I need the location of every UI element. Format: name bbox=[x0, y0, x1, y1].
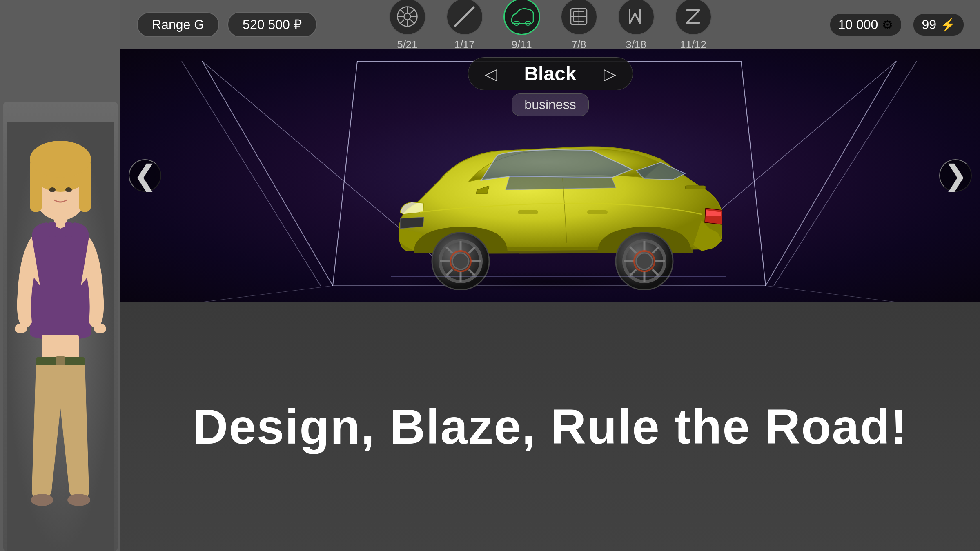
stripe-icon-circle bbox=[446, 0, 483, 35]
body-icon-item[interactable]: 9/11 bbox=[503, 0, 540, 51]
stripe-label: 1/17 bbox=[454, 38, 475, 51]
body-icon-circle bbox=[503, 0, 540, 35]
top-bar: Range G 520 500 ₽ bbox=[120, 0, 980, 49]
svg-line-46 bbox=[766, 286, 896, 302]
coins-display: 10 000 ⚙ bbox=[830, 14, 902, 36]
svg-point-17 bbox=[94, 324, 106, 333]
gear-icon: ⚙ bbox=[882, 18, 893, 32]
color-left-arrow[interactable]: ◁ bbox=[481, 64, 501, 83]
z-svg-icon bbox=[682, 5, 704, 28]
svg-rect-11 bbox=[42, 335, 79, 359]
nav-left-arrow-icon: ❮ bbox=[133, 159, 157, 192]
svg-rect-9 bbox=[48, 222, 56, 237]
nav-right-arrow-icon: ❯ bbox=[944, 159, 968, 192]
main-area: Range G 520 500 ₽ bbox=[120, 0, 980, 551]
z-icon-circle bbox=[675, 0, 712, 35]
svg-point-7 bbox=[65, 187, 72, 192]
n-icon-item[interactable]: 3/18 bbox=[618, 0, 655, 51]
svg-line-24 bbox=[400, 9, 404, 13]
premium-value: 99 bbox=[922, 17, 936, 32]
svg-point-19 bbox=[404, 13, 411, 20]
price-button[interactable]: 520 500 ₽ bbox=[227, 12, 317, 37]
svg-line-38 bbox=[766, 61, 896, 286]
svg-line-26 bbox=[410, 9, 415, 13]
svg-point-15 bbox=[67, 494, 90, 506]
svg-line-42 bbox=[333, 61, 357, 286]
bottom-area: Design, Blaze, Rule the Road! bbox=[120, 302, 980, 551]
color-name-text: Black bbox=[510, 62, 591, 85]
svg-point-65 bbox=[636, 253, 653, 269]
svg-rect-50 bbox=[587, 210, 608, 214]
tagline-text: Design, Blaze, Rule the Road! bbox=[193, 398, 908, 455]
range-button[interactable]: Range G bbox=[137, 12, 219, 37]
center-icons: 5/21 1/17 bbox=[389, 0, 712, 51]
top-left-buttons: Range G 520 500 ₽ bbox=[137, 12, 317, 37]
wheels-icon-circle bbox=[389, 0, 426, 35]
color-type-badge: business bbox=[512, 93, 588, 116]
svg-line-45 bbox=[202, 286, 333, 302]
svg-line-35 bbox=[202, 61, 333, 286]
star-icon: ⚡ bbox=[940, 18, 956, 32]
svg-line-43 bbox=[741, 61, 766, 286]
svg-point-53 bbox=[452, 253, 469, 269]
color-name-row: ◁ Black ▷ bbox=[468, 57, 633, 90]
n-label: 3/18 bbox=[626, 38, 646, 51]
car-display bbox=[367, 106, 734, 290]
body-label: 9/11 bbox=[511, 38, 532, 51]
svg-rect-4 bbox=[79, 167, 91, 212]
stripe-icon-item[interactable]: 1/17 bbox=[446, 0, 483, 51]
premium-display: 99 ⚡ bbox=[913, 14, 964, 36]
showcase: ◁ Black ▷ business ❮ bbox=[120, 49, 980, 302]
character-svg bbox=[7, 122, 114, 551]
wheels-svg-icon bbox=[396, 5, 419, 28]
svg-line-37 bbox=[182, 61, 321, 286]
svg-line-27 bbox=[400, 20, 404, 24]
body-svg-icon bbox=[510, 7, 534, 27]
wheels-icon-item[interactable]: 5/21 bbox=[389, 0, 426, 51]
svg-point-6 bbox=[49, 187, 56, 192]
car-svg bbox=[367, 106, 734, 290]
svg-rect-75 bbox=[685, 186, 706, 189]
top-right-currency: 10 000 ⚙ 99 ⚡ bbox=[830, 14, 964, 36]
svg-line-25 bbox=[410, 20, 415, 24]
svg-line-28 bbox=[455, 7, 474, 26]
svg-point-16 bbox=[15, 324, 27, 333]
color-selector: ◁ Black ▷ business bbox=[468, 57, 633, 116]
z-icon-item[interactable]: 11/12 bbox=[675, 0, 712, 51]
svg-point-14 bbox=[31, 494, 53, 506]
character-panel bbox=[0, 0, 120, 551]
svg-point-5 bbox=[30, 141, 91, 178]
stripe-svg-icon bbox=[453, 5, 476, 28]
glass-svg-icon bbox=[568, 5, 590, 28]
nav-right-button[interactable]: ❯ bbox=[939, 159, 972, 192]
z-label: 11/12 bbox=[680, 38, 706, 51]
glass-icon-circle bbox=[561, 0, 597, 35]
coins-value: 10 000 bbox=[838, 17, 878, 32]
nav-left-button[interactable]: ❮ bbox=[129, 159, 161, 192]
glass-label: 7/8 bbox=[571, 38, 586, 51]
svg-rect-3 bbox=[30, 167, 42, 212]
n-svg-icon bbox=[625, 5, 647, 28]
character-figure bbox=[3, 102, 118, 551]
wheels-label: 5/21 bbox=[397, 38, 418, 51]
glass-icon-item[interactable]: 7/8 bbox=[561, 0, 597, 51]
svg-rect-10 bbox=[65, 222, 73, 237]
n-icon-circle bbox=[618, 0, 655, 35]
color-right-arrow[interactable]: ▷ bbox=[599, 64, 620, 83]
svg-rect-49 bbox=[518, 210, 538, 214]
svg-line-40 bbox=[774, 61, 917, 286]
